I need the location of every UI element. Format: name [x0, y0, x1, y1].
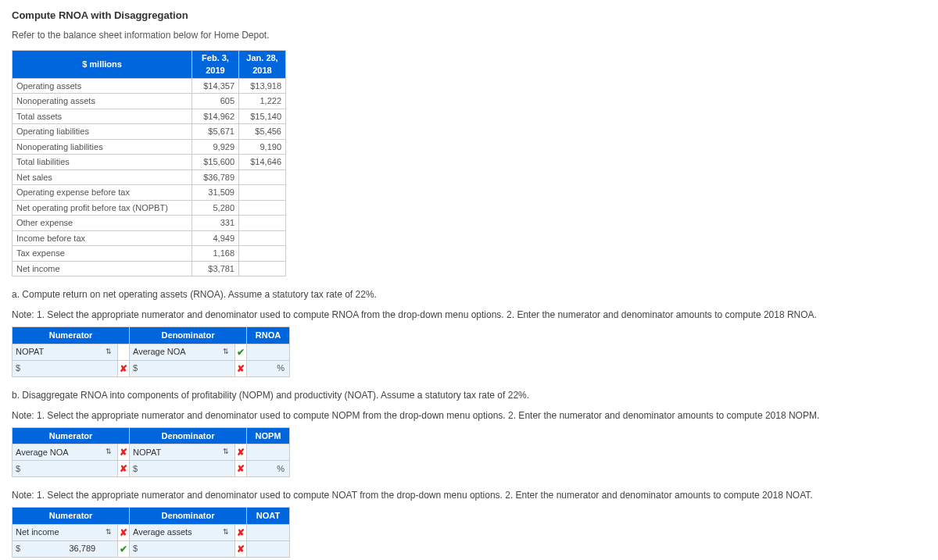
wrong-mark-icon: ✘: [235, 362, 246, 376]
rnoa-numerator-header: Numerator: [13, 327, 130, 344]
wrong-mark-icon: ✘: [235, 526, 246, 540]
row-value-2019: 4,949: [192, 230, 239, 246]
row-label: Nonoperating liabilities: [13, 139, 192, 155]
page-title: Compute RNOA with Disaggregation: [12, 8, 926, 23]
row-label: Operating assets: [13, 78, 192, 94]
row-value-2018: [239, 169, 286, 185]
row-value-2019: $36,789: [192, 169, 239, 185]
row-value-2019: 605: [192, 94, 239, 109]
dollar-sign: $: [13, 542, 23, 555]
wrong-mark-icon: ✘: [118, 526, 129, 540]
part-c-note: Note: 1. Select the appropriate numerato…: [12, 488, 926, 502]
dollar-sign: $: [130, 542, 141, 555]
balance-sheet-table: $ millions Feb. 3, 2019 Jan. 28, 2018 Op…: [12, 50, 286, 277]
row-value-2018: [239, 185, 286, 201]
col-header-feb: Feb. 3, 2019: [192, 50, 239, 78]
row-value-2018: [239, 200, 286, 216]
dropdown-arrows-icon[interactable]: ⇅: [220, 447, 231, 458]
row-label: Other expense: [13, 216, 192, 231]
row-value-2018: $15,140: [239, 109, 286, 124]
table-row: Operating liabilities$5,671$5,456: [13, 124, 286, 140]
nopm-denominator-header: Denominator: [130, 427, 247, 444]
row-value-2019: 1,168: [192, 246, 239, 262]
noat-numerator-input[interactable]: 36,789: [23, 542, 102, 555]
nopm-answer-table: Numerator Denominator NOPM Average NOA⇅ …: [12, 427, 290, 478]
dropdown-arrows-icon[interactable]: ⇅: [103, 347, 114, 358]
note-text: 1. Select the appropriate numerator and …: [37, 410, 819, 421]
row-label: Tax expense: [13, 246, 192, 262]
row-label: Total assets: [13, 109, 192, 124]
wrong-mark-icon: ✘: [118, 362, 129, 376]
row-value-2018: [239, 216, 286, 231]
part-a-note: Note: Note: 1. Select the appropriate nu…: [12, 308, 926, 322]
noat-denominator-select[interactable]: Average assets⇅: [130, 526, 234, 539]
rnoa-denominator-select[interactable]: Average NOA⇅: [130, 345, 234, 358]
row-label: Income before tax: [13, 230, 192, 246]
correct-mark-icon: ✔: [118, 542, 129, 556]
rnoa-denominator-header: Denominator: [130, 327, 247, 344]
row-label: Nonoperating assets: [13, 94, 192, 109]
row-value-2018: $13,918: [239, 78, 286, 94]
noat-denominator-header: Denominator: [130, 508, 247, 525]
dollar-sign: $: [13, 462, 23, 476]
table-row: Tax expense1,168: [13, 246, 286, 262]
row-value-2019: 5,280: [192, 200, 239, 216]
part-a-intro: a. Compute return on net operating asset…: [12, 287, 926, 301]
row-value-2019: $14,962: [192, 109, 239, 124]
nopm-numerator-header: Numerator: [13, 427, 130, 444]
row-label: Operating liabilities: [13, 124, 192, 140]
row-value-2019: $3,781: [192, 261, 239, 276]
table-row: Nonoperating assets6051,222: [13, 94, 286, 109]
table-row: Operating expense before tax31,509: [13, 185, 286, 201]
noat-numerator-select[interactable]: Net income⇅: [13, 526, 117, 539]
table-row: Net income$3,781: [13, 261, 286, 276]
rnoa-numerator-select[interactable]: NOPAT⇅: [13, 345, 117, 358]
rnoa-result-cell: %: [247, 362, 289, 375]
col-header-millions: $ millions: [13, 50, 192, 78]
rnoa-answer-table: Numerator Denominator RNOA NOPAT⇅ Averag…: [12, 326, 290, 377]
dropdown-arrows-icon[interactable]: ⇅: [220, 527, 231, 538]
table-row: Total assets$14,962$15,140: [13, 109, 286, 124]
row-value-2018: [239, 246, 286, 262]
row-value-2018: 9,190: [239, 139, 286, 155]
nopm-denominator-select[interactable]: NOPAT⇅: [130, 446, 234, 459]
dropdown-arrows-icon[interactable]: ⇅: [103, 527, 114, 538]
dollar-sign: $: [130, 462, 141, 476]
wrong-mark-icon: ✘: [235, 462, 246, 476]
table-row: Net sales$36,789: [13, 169, 286, 185]
row-value-2018: 1,222: [239, 94, 286, 109]
table-row: Nonoperating liabilities9,9299,190: [13, 139, 286, 155]
row-value-2018: [239, 230, 286, 246]
nopm-result-header: NOPM: [247, 427, 290, 444]
note-text: 1. Select the appropriate numerator and …: [37, 490, 813, 501]
table-row: Operating assets$14,357$13,918: [13, 78, 286, 94]
row-value-2019: $15,600: [192, 155, 239, 170]
row-label: Net income: [13, 261, 192, 276]
table-row: Other expense331: [13, 216, 286, 231]
nopm-numerator-select[interactable]: Average NOA⇅: [13, 446, 117, 459]
wrong-mark-icon: ✘: [118, 445, 129, 459]
dropdown-arrows-icon[interactable]: ⇅: [220, 347, 231, 358]
row-value-2019: 31,509: [192, 185, 239, 201]
row-value-2018: $14,646: [239, 155, 286, 170]
row-value-2019: 331: [192, 216, 239, 231]
row-label: Net sales: [13, 169, 192, 185]
table-row: Income before tax4,949: [13, 230, 286, 246]
row-label: Net operating profit before tax (NOPBT): [13, 200, 192, 216]
table-row: Total liabilities$15,600$14,646: [13, 155, 286, 170]
row-label: Total liabilities: [13, 155, 192, 170]
dollar-sign: $: [13, 362, 23, 375]
row-value-2018: [239, 261, 286, 276]
wrong-mark-icon: ✘: [235, 542, 246, 556]
row-value-2018: $5,456: [239, 124, 286, 140]
row-label: Operating expense before tax: [13, 185, 192, 201]
dropdown-arrows-icon[interactable]: ⇅: [103, 447, 114, 458]
wrong-mark-icon: ✘: [235, 445, 246, 459]
page-subtitle: Refer to the balance sheet information b…: [12, 28, 926, 42]
rnoa-result-header: RNOA: [247, 327, 290, 344]
part-b-intro: b. Disaggregate RNOA into components of …: [12, 388, 926, 402]
nopm-result-cell: %: [247, 462, 289, 476]
noat-answer-table: Numerator Denominator NOAT Net income⇅ ✘…: [12, 507, 290, 558]
wrong-mark-icon: ✘: [118, 462, 129, 476]
col-header-jan: Jan. 28, 2018: [239, 50, 286, 78]
